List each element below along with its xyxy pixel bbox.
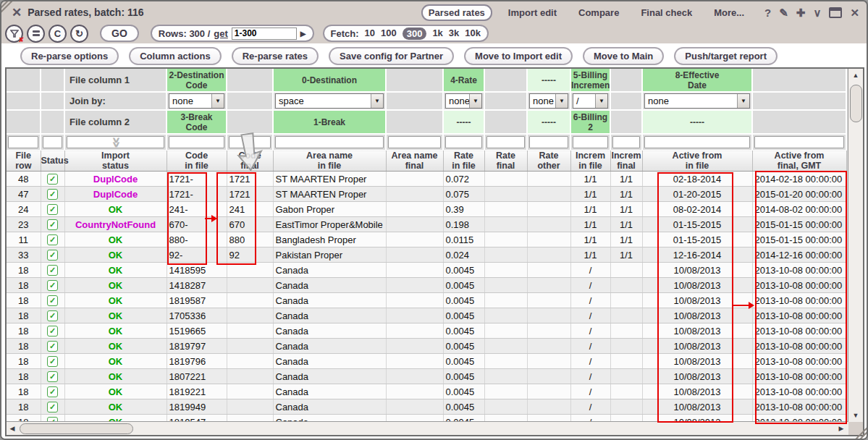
nav-tab-compare[interactable]: Compare (573, 6, 625, 20)
re-parse-rates-button[interactable]: Re-parse rates (232, 47, 319, 65)
column-header-area_in_file[interactable]: Area name in file (273, 151, 386, 172)
table-row[interactable]: 23✓CountryNotFound670-670EastTimor Prope… (7, 217, 846, 232)
help-icon[interactable]: ? (764, 7, 771, 18)
column-header-import_status[interactable]: Import status (64, 151, 167, 172)
status-checked-icon[interactable]: ✓ (47, 341, 58, 352)
save-config-for-partner-button[interactable]: Save config for Partner (329, 47, 454, 65)
status-checked-icon[interactable]: ✓ (47, 189, 58, 200)
table-row[interactable]: 33✓OK92-92Pakistan Proper0.0241/11/112-1… (7, 248, 846, 263)
rows-view-button[interactable] (27, 25, 45, 43)
join-select-increm_in_file[interactable]: /▼ (573, 93, 608, 109)
status-checked-icon[interactable]: ✓ (47, 174, 58, 185)
nav-tab-import-edit[interactable]: Import edit (502, 6, 562, 20)
fetch-option-1k[interactable]: 1k (432, 28, 442, 40)
select-dropdown-arrow-icon[interactable]: ▼ (555, 94, 568, 108)
column-header-code_final[interactable]: Code final (227, 151, 273, 172)
fetch-option-10[interactable]: 10 (365, 28, 375, 40)
add-plus-icon[interactable]: ✚ (796, 7, 806, 18)
table-row[interactable]: 18✓OK1819949Canada0.0045/10/08/20132013-… (7, 399, 846, 415)
status-checked-icon[interactable]: ✓ (47, 265, 58, 276)
filter-input-code_final[interactable] (229, 136, 271, 148)
column-header-file_row[interactable]: File row (7, 151, 41, 172)
dissolve-cross-icon[interactable]: ✕ (12, 5, 22, 20)
filter-input-status[interactable] (43, 136, 62, 148)
table-row[interactable]: 18✓OK1519665Canada0.0045/10/08/20132013-… (7, 323, 846, 339)
move-to-import-edit-button[interactable]: Move to Import edit (464, 47, 573, 65)
get-link[interactable]: get (214, 28, 228, 39)
column-header-active_final[interactable]: Active from final, GMT (752, 151, 846, 172)
filter-input-increm_in_file[interactable] (573, 136, 608, 148)
column-header-rate_in_file[interactable]: Rate in file (443, 151, 484, 172)
close-icon[interactable]: ✕ (850, 7, 859, 18)
filter-input-increm_final[interactable] (612, 136, 640, 148)
go-button[interactable]: GO (100, 25, 139, 42)
fetch-option-300[interactable]: 300 (403, 28, 427, 40)
table-row[interactable]: 18✓OK1807221Canada0.0045/10/08/20132013-… (7, 369, 846, 384)
status-checked-icon[interactable]: ✓ (47, 402, 58, 412)
scroll-down-button[interactable]: ▼ (848, 409, 863, 422)
status-checked-icon[interactable]: ✓ (47, 371, 58, 382)
column-header-rate_other[interactable]: Rate other (527, 151, 570, 172)
edit-pencil-icon[interactable]: ✎ (779, 7, 788, 18)
filter-input-import_status[interactable]: ∨ ∨ (67, 136, 164, 148)
select-dropdown-arrow-icon[interactable]: ▼ (469, 94, 481, 108)
join-select-rate_other[interactable]: none▼ (529, 93, 568, 109)
join-select-active_in_file[interactable]: none▼ (644, 93, 750, 109)
select-dropdown-arrow-icon[interactable]: ▼ (737, 94, 749, 108)
nav-tab-final-check[interactable]: Final check (635, 6, 698, 20)
status-checked-icon[interactable]: ✓ (47, 386, 58, 397)
next-range-button[interactable]: ▶ (300, 30, 306, 38)
fetch-option-10k[interactable]: 10k (465, 28, 481, 40)
table-row[interactable]: 18✓OK1705336Canada0.0045/10/08/20132013-… (7, 308, 846, 323)
table-row[interactable]: 18✓OK1819587Canada0.0045/10/08/20132013-… (7, 293, 846, 308)
table-row[interactable]: 18✓OK1418287Canada0.0045/10/08/20132013-… (7, 278, 846, 293)
table-row[interactable]: 24✓OK241-241Gabon Proper0.391/11/108-02-… (7, 202, 846, 217)
refresh-button[interactable]: ↻ (70, 25, 88, 43)
filter-input-active_final[interactable] (754, 136, 844, 148)
fetch-option-3k[interactable]: 3k (449, 28, 459, 40)
status-checked-icon[interactable]: ✓ (47, 295, 58, 306)
status-checked-icon[interactable]: ✓ (47, 356, 58, 367)
table-row[interactable]: 18✓OK1819797Canada0.0045/10/08/20132013-… (7, 339, 846, 354)
table-row[interactable]: 47✓DuplCode1721-1721ST MAARTEN Proper0.0… (7, 187, 846, 202)
scroll-right-button[interactable]: ▶ (835, 425, 847, 432)
status-checked-icon[interactable]: ✓ (47, 326, 58, 337)
status-checked-icon[interactable]: ✓ (47, 250, 58, 261)
column-header-rate_final[interactable]: Rate final (484, 151, 527, 172)
join-select-rate_in_file[interactable]: none▼ (445, 93, 482, 109)
filter-input-file_row[interactable] (8, 136, 38, 148)
join-select-area_in_file[interactable]: space▼ (275, 93, 384, 109)
table-row[interactable]: 18✓OK1418595Canada0.0045/10/08/20132013-… (7, 263, 846, 278)
column-header-active_in_file[interactable]: Active from in file (642, 151, 752, 172)
scroll-up-button[interactable]: ▲ (848, 69, 863, 82)
status-checked-icon[interactable]: ✓ (47, 204, 58, 215)
table-row[interactable]: 18✓OK1819796Canada0.0045/10/08/20132013-… (7, 354, 846, 369)
filter-input-rate_other[interactable] (529, 136, 568, 148)
filter-input-area_in_file[interactable] (275, 136, 384, 148)
column-header-area_final[interactable]: Area name final (386, 151, 443, 172)
rows-range-input[interactable] (232, 28, 297, 40)
window-icon[interactable] (829, 7, 842, 18)
table-row[interactable]: 48✓DuplCode1721-1721ST MAARTEN Proper0.0… (7, 172, 846, 187)
column-header-increm_final[interactable]: Increm final (610, 151, 642, 172)
filter-input-code_in_file[interactable] (169, 136, 224, 148)
clear-button[interactable]: C (49, 25, 67, 43)
select-dropdown-arrow-icon[interactable]: ▼ (371, 94, 383, 108)
status-checked-icon[interactable]: ✓ (47, 234, 58, 245)
select-dropdown-arrow-icon[interactable]: ▼ (211, 94, 224, 108)
filter-input-rate_final[interactable] (486, 136, 525, 148)
column-header-status[interactable]: Status (41, 151, 64, 172)
filter-input-rate_in_file[interactable] (445, 136, 482, 148)
horizontal-scrollbar[interactable]: ◀ ▶ (7, 421, 848, 435)
column-header-code_in_file[interactable]: Code in file (167, 151, 227, 172)
push-target-report-button[interactable]: Push/target report (674, 47, 778, 65)
status-checked-icon[interactable]: ✓ (47, 310, 58, 321)
select-dropdown-arrow-icon[interactable]: ▼ (595, 94, 607, 108)
vertical-scroll-thumb[interactable] (850, 85, 862, 122)
scroll-left-button[interactable]: ◀ (7, 425, 18, 432)
nav-tab-more-[interactable]: More... (708, 6, 750, 20)
fetch-option-100[interactable]: 100 (381, 28, 397, 40)
move-to-main-button[interactable]: Move to Main (583, 47, 664, 65)
filter-input-active_in_file[interactable] (644, 136, 750, 148)
column-actions-button[interactable]: Column actions (129, 47, 222, 65)
